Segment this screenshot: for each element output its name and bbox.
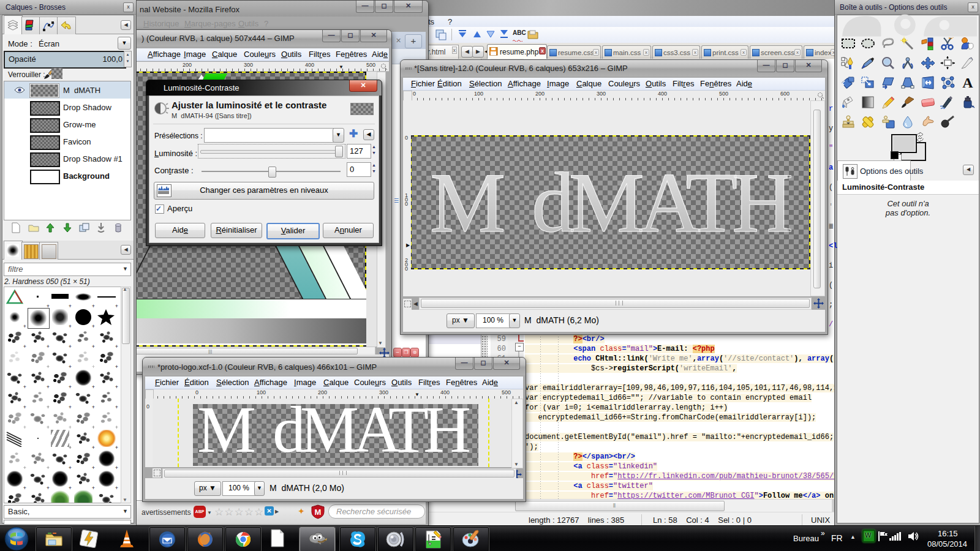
svg-text:M: M [315, 508, 322, 517]
svg-text:A: A [962, 76, 973, 89]
